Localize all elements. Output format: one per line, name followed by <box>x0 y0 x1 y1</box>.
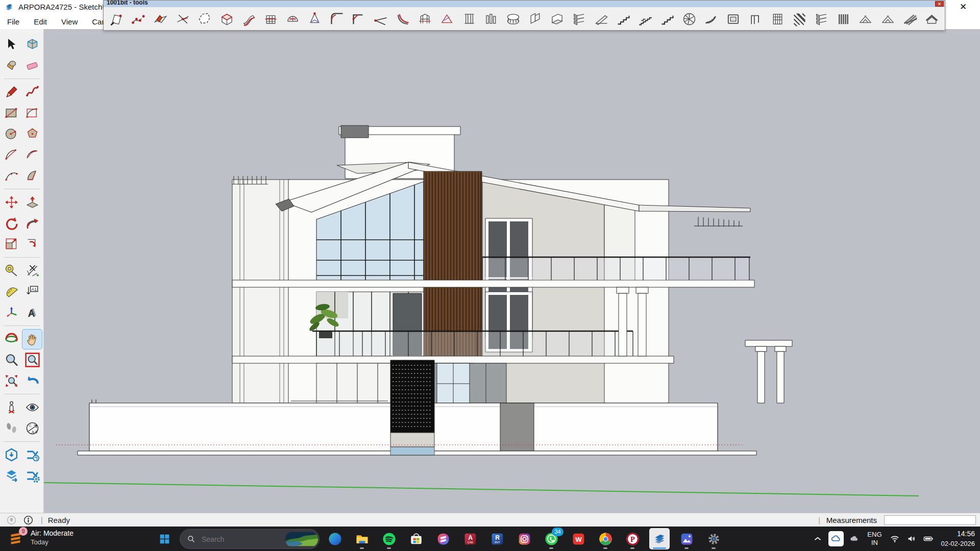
tool-zoom-extents[interactable] <box>2 371 21 391</box>
tool-circle[interactable] <box>2 124 21 144</box>
tool-section-plane[interactable] <box>22 419 42 438</box>
menu-file[interactable]: File <box>0 17 27 26</box>
tool-protractor[interactable] <box>2 282 21 302</box>
onedrive-icon[interactable] <box>828 531 844 546</box>
plugin-tool-dashed-face[interactable] <box>194 9 216 29</box>
plugin-tool-solid-box[interactable] <box>216 9 238 29</box>
tool-rectangle[interactable] <box>2 104 21 123</box>
plugin-tool-angle-lines[interactable] <box>370 9 392 29</box>
plugin-tool-louvre-stack[interactable] <box>811 9 832 29</box>
model-viewport[interactable] <box>44 29 980 513</box>
tool-dimension[interactable] <box>22 261 42 281</box>
measurements-input[interactable] <box>884 515 976 525</box>
taskbar-app-spotify[interactable] <box>379 528 399 549</box>
taskbar-app-copilot[interactable] <box>433 528 453 549</box>
tool-make-component[interactable] <box>22 35 42 55</box>
tool-position-camera[interactable] <box>2 398 21 417</box>
plugin-tool-window-grille[interactable] <box>767 9 789 29</box>
plugin-tool-intersect-lines[interactable] <box>172 9 193 29</box>
tool-zoom-window[interactable] <box>22 350 42 370</box>
plugin-tool-face-with-point[interactable] <box>106 9 128 29</box>
taskbar-app-pinterest[interactable] <box>622 528 643 549</box>
plugin-tool-stair-landing[interactable] <box>656 9 678 29</box>
plugin-tool-stair-flight[interactable] <box>634 9 656 29</box>
cloud-sync-icon[interactable] <box>848 533 861 545</box>
tool-line[interactable] <box>2 83 21 102</box>
tool-offset[interactable] <box>22 235 42 254</box>
plugin-tool-horizontal-louvres[interactable] <box>568 9 590 29</box>
plugin-tool-roof-panel[interactable] <box>921 9 943 29</box>
start-button[interactable] <box>156 531 173 547</box>
tool-push-pull[interactable] <box>22 193 42 212</box>
plugin-tool-cone-points[interactable] <box>304 9 326 29</box>
search-input[interactable] <box>201 535 279 544</box>
plugin-tool-framed-box[interactable] <box>260 9 282 29</box>
taskbar-app-chrome[interactable] <box>595 528 616 549</box>
wifi-icon[interactable] <box>889 533 901 545</box>
plugin-tool-offset-curve[interactable] <box>392 9 414 29</box>
tool-arc[interactable] <box>2 145 21 165</box>
plugin-toolbar-close-button[interactable]: ✕ <box>935 1 944 7</box>
tool-freehand[interactable] <box>22 83 42 102</box>
tool-text[interactable] <box>22 282 42 302</box>
tool-scale[interactable] <box>2 235 21 254</box>
tool-three-point-arc[interactable] <box>2 166 21 186</box>
plugin-tool-chamfer-corner[interactable] <box>348 9 370 29</box>
taskbar-app-photos[interactable] <box>676 528 697 549</box>
tool-axes[interactable] <box>2 303 21 322</box>
window-close-button[interactable]: ✕ <box>958 2 969 13</box>
plugin-tool-colonnade[interactable] <box>458 9 480 29</box>
taskbar-app-autocad[interactable] <box>460 528 480 549</box>
plugin-tool-ramp[interactable] <box>590 9 612 29</box>
plugin-tool-extrude-flip[interactable] <box>150 9 172 29</box>
menu-edit[interactable]: Edit <box>27 17 54 26</box>
tool-extension-sync[interactable] <box>22 445 42 465</box>
plugin-tool-space-truss[interactable] <box>854 9 876 29</box>
tray-chevron-icon[interactable] <box>812 533 824 545</box>
plugin-toolbar-titlebar[interactable]: 1001bit - tools ✕ <box>104 1 945 7</box>
tool-tape-measure[interactable] <box>2 261 21 281</box>
tool-paint-bucket[interactable] <box>2 56 21 76</box>
tool-extension-import[interactable] <box>2 445 21 465</box>
plugin-tool-fillet-corner[interactable] <box>326 9 348 29</box>
plugin-tool-staircase[interactable] <box>612 9 634 29</box>
tool-previous-view[interactable] <box>22 371 42 391</box>
menu-view[interactable]: View <box>54 17 85 26</box>
tool-pan[interactable] <box>22 330 42 349</box>
taskbar-app-settings[interactable] <box>703 528 724 549</box>
plugin-tool-spiral-stair[interactable] <box>678 9 700 29</box>
plugin-tool-circular-array[interactable] <box>502 9 524 29</box>
taskbar-app-microsoft-edge[interactable] <box>325 528 345 549</box>
taskbar-search[interactable] <box>180 529 320 549</box>
plugin-tool-curved-ribbon[interactable] <box>238 9 260 29</box>
tool-rotate[interactable] <box>2 214 21 233</box>
plugin-tool-lattice-screen[interactable] <box>789 9 811 29</box>
tool-pie[interactable] <box>22 166 42 186</box>
taskbar-app-sketchup[interactable] <box>649 528 670 549</box>
plugin-tool-curved-stair[interactable] <box>700 9 722 29</box>
taskbar-app-file-explorer[interactable] <box>352 528 372 549</box>
tool-eraser[interactable] <box>22 56 42 76</box>
tool-extension-settings[interactable] <box>22 466 42 486</box>
plugin-tool-rafter-array[interactable] <box>899 9 921 29</box>
plugin-tool-folded-panel[interactable] <box>524 9 546 29</box>
tool-rotated-rectangle[interactable] <box>22 104 42 123</box>
tool-extension-layers[interactable] <box>2 466 21 486</box>
volume-icon[interactable] <box>905 533 918 545</box>
clock[interactable]: 14:56 02-02-2026 <box>941 529 975 548</box>
taskbar-app-wps-office[interactable] <box>568 528 589 549</box>
plugin-tool-vertical-fins[interactable] <box>832 9 854 29</box>
tool-two-point-arc[interactable] <box>22 145 42 165</box>
plugin-tool-truss-frame[interactable] <box>876 9 898 29</box>
plugin-tool-door-frame[interactable] <box>745 9 767 29</box>
tool-3d-text[interactable] <box>22 303 42 322</box>
weather-widget[interactable]: 9 Air: Moderate Today <box>7 528 74 547</box>
tool-select[interactable] <box>2 35 21 55</box>
plugin-tool-column-group[interactable] <box>480 9 502 29</box>
plugin-tool-curve-points[interactable] <box>128 9 150 29</box>
geolocation-icon[interactable] <box>6 515 17 525</box>
plugin-tool-sloped-plane[interactable] <box>436 9 458 29</box>
help-info-icon[interactable] <box>23 515 34 525</box>
taskbar-app-instagram[interactable] <box>514 528 534 549</box>
plugin-tool-wall-wedge[interactable] <box>546 9 568 29</box>
